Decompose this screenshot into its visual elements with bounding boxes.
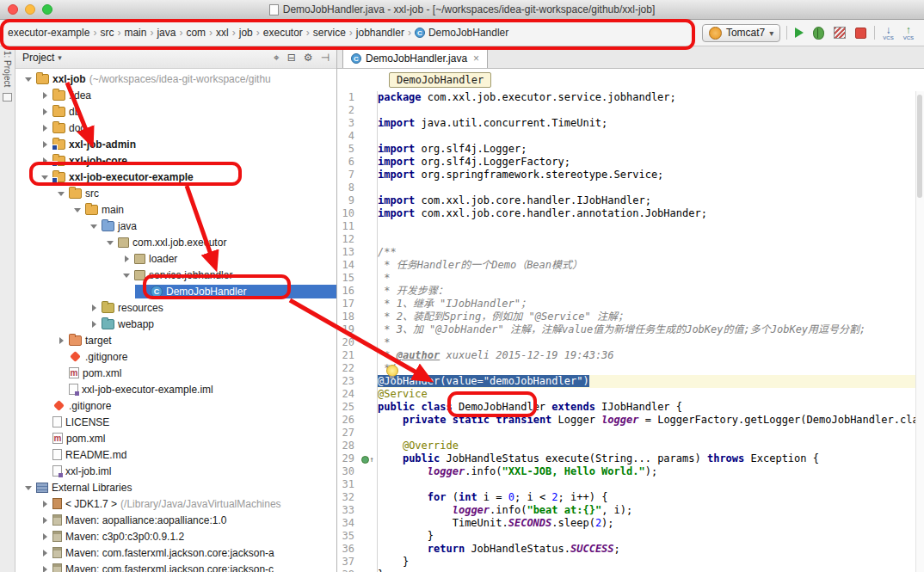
line-number-6[interactable]: 6	[337, 156, 377, 169]
breadcrumb-executor-example[interactable]: executor-example	[5, 25, 92, 40]
run-config-selector[interactable]: Tomcat7 ▾	[702, 24, 780, 42]
tree-item-readme-md[interactable]: README.md	[15, 446, 336, 463]
code-line-5[interactable]: import org.slf4j.Logger;	[378, 143, 924, 156]
tree-item-maven-com-fasterxml-jackson-core-jackson-a[interactable]: Maven: com.fasterxml.jackson.core:jackso…	[15, 544, 336, 561]
expand-right-icon[interactable]	[40, 91, 49, 100]
expand-right-icon[interactable]	[89, 304, 98, 312]
tree-item-com-xxl-job-executor[interactable]: com.xxl.job.executor	[15, 234, 336, 250]
tree-item-xxl-job-executor-example-iml[interactable]: xxl-job-executor-example.iml	[15, 381, 336, 397]
breadcrumb-java[interactable]: java	[154, 25, 178, 40]
override-marker-icon[interactable]: ↑	[361, 454, 374, 464]
line-number-26[interactable]: 26	[337, 414, 377, 427]
code-line-16[interactable]: * 开发步骤：	[378, 285, 924, 298]
breadcrumb-src[interactable]: src	[97, 25, 116, 40]
tree-item-xxl-job-core[interactable]: xxl-job-core	[15, 152, 336, 169]
expand-down-icon[interactable]	[106, 238, 114, 247]
code-line-9[interactable]: import com.xxl.job.core.handler.IJobHand…	[378, 194, 924, 207]
line-number-17[interactable]: 17	[337, 298, 377, 311]
line-number-32[interactable]: 32	[337, 491, 377, 504]
expand-right-icon[interactable]	[40, 108, 49, 116]
expand-down-icon[interactable]	[89, 222, 98, 231]
code-line-25[interactable]: public class DemoJobHandler extends IJob…	[378, 401, 924, 414]
tree-item-license[interactable]: LICENSE	[15, 414, 336, 430]
breadcrumb-jobhandler[interactable]: jobhandler	[354, 25, 407, 40]
expand-right-icon[interactable]	[122, 255, 131, 263]
code-line-24[interactable]: @Service	[378, 388, 924, 401]
expand-right-icon[interactable]	[40, 124, 49, 132]
line-number-23[interactable]: 23	[337, 375, 377, 388]
code-line-27[interactable]	[378, 427, 924, 440]
line-number-4[interactable]: 4	[337, 130, 377, 143]
code-line-18[interactable]: * 2、装配到Spring，例如加 "@Service" 注解；	[378, 311, 924, 323]
tree-item-xxl-job-iml[interactable]: xxl-job.iml	[15, 463, 336, 479]
code-line-7[interactable]: import org.springframework.stereotype.Se…	[378, 169, 924, 181]
tree-item-gitignore[interactable]: .gitignore	[15, 397, 336, 414]
code-line-12[interactable]	[378, 233, 924, 246]
tab-demojobhandler[interactable]: C DemoJobHandler.java ×	[342, 47, 488, 68]
stop-button[interactable]	[853, 26, 868, 40]
tree-item-pom-xml[interactable]: mpom.xml	[15, 430, 336, 446]
editor-scrollbar[interactable]	[915, 91, 924, 572]
tree-item-xxl-job[interactable]: xxl-job (~/workspaces/idea-git-workspace…	[15, 71, 336, 87]
tree-item-db[interactable]: db	[15, 103, 336, 120]
code-line-37[interactable]: }	[378, 556, 924, 569]
close-window-button[interactable]	[8, 4, 18, 15]
tree-item-maven-aopalliance-aopalliance-1-0[interactable]: Maven: aopalliance:aopalliance:1.0	[15, 512, 336, 528]
breadcrumb-demojobhandler[interactable]: CDemoJobHandler	[412, 25, 511, 40]
editor-breadcrumb-chip[interactable]: DemoJobHandler	[389, 72, 491, 88]
intention-bulb-icon[interactable]	[386, 365, 398, 377]
vcs-commit-button[interactable]: ↑VCS	[902, 23, 915, 42]
code-line-10[interactable]: import com.xxl.job.core.handler.annotati…	[378, 207, 924, 220]
expand-right-icon[interactable]	[40, 140, 49, 149]
zoom-window-button[interactable]	[42, 4, 52, 15]
tree-item-maven-com-fasterxml-jackson-core-jackson-c[interactable]: Maven: com.fasterxml.jackson.core:jackso…	[15, 561, 336, 572]
code-line-31[interactable]	[378, 478, 924, 491]
tree-item-webapp[interactable]: webapp	[15, 316, 336, 332]
code-line-19[interactable]: * 3、加 "@JobHander" 注解，注解value值为新增任务生成的Jo…	[378, 323, 924, 336]
code-line-29[interactable]: public JobHandleStatus execute(String...…	[378, 452, 924, 465]
gear-icon[interactable]: ⚙	[304, 52, 313, 64]
hide-panel-icon[interactable]: ⊣	[321, 52, 330, 64]
panel-title[interactable]: Project ▾	[22, 52, 62, 64]
code-line-38[interactable]: }	[378, 569, 924, 572]
breadcrumb-main[interactable]: main	[121, 25, 149, 40]
line-number-5[interactable]: 5	[337, 143, 377, 156]
expand-down-icon[interactable]	[73, 206, 82, 214]
line-number-8[interactable]: 8	[337, 181, 377, 194]
line-number-21[interactable]: 21	[337, 349, 377, 362]
expand-right-icon[interactable]	[89, 320, 98, 329]
expand-down-icon[interactable]	[24, 483, 33, 492]
breadcrumb-com[interactable]: com	[183, 25, 208, 40]
tree-item-maven-c3p0-c3p0-0-9-1-2[interactable]: Maven: c3p0:c3p0:0.9.1.2	[15, 528, 336, 544]
line-number-38[interactable]: 38	[337, 569, 377, 572]
line-number-33[interactable]: 33	[337, 504, 377, 517]
code-line-20[interactable]: *	[378, 336, 924, 349]
code-line-32[interactable]: for (int i = 0; i < 2; i++) {	[378, 491, 924, 504]
line-number-14[interactable]: 14	[337, 259, 377, 272]
close-icon[interactable]: ×	[471, 52, 479, 65]
line-number-15[interactable]: 15	[337, 272, 377, 285]
line-number-27[interactable]: 27	[337, 427, 377, 440]
expand-down-icon[interactable]	[57, 189, 65, 198]
line-number-20[interactable]: 20	[337, 336, 377, 349]
expand-down-icon[interactable]	[40, 173, 49, 181]
line-number-1[interactable]: 1	[337, 91, 377, 104]
code-line-33[interactable]: logger.info("beat at:{}", i);	[378, 504, 924, 517]
line-number-16[interactable]: 16	[337, 285, 377, 298]
tree-item-doc[interactable]: doc	[15, 120, 336, 136]
tree-item-pom-xml[interactable]: mpom.xml	[15, 365, 336, 381]
expand-right-icon[interactable]	[40, 549, 49, 557]
tree-item-java[interactable]: java	[15, 218, 336, 234]
code-line-3[interactable]: import java.util.concurrent.TimeUnit;	[378, 117, 924, 130]
expand-down-icon[interactable]	[122, 271, 131, 280]
code-line-1[interactable]: package com.xxl.job.executor.service.job…	[378, 91, 924, 104]
breadcrumb-executor[interactable]: executor	[261, 25, 305, 40]
line-number-10[interactable]: 10	[337, 207, 377, 220]
code-line-6[interactable]: import org.slf4j.LoggerFactory;	[378, 156, 924, 169]
tree-item-external-libraries[interactable]: External Libraries	[15, 479, 336, 495]
project-toolwindow-tab[interactable]: 1: Project	[3, 51, 12, 87]
tree-item-xxl-job-executor-example[interactable]: xxl-job-executor-example	[15, 169, 336, 185]
line-number-34[interactable]: 34	[337, 517, 377, 530]
line-number-13[interactable]: 13	[337, 246, 377, 259]
expand-right-icon[interactable]	[40, 565, 49, 572]
